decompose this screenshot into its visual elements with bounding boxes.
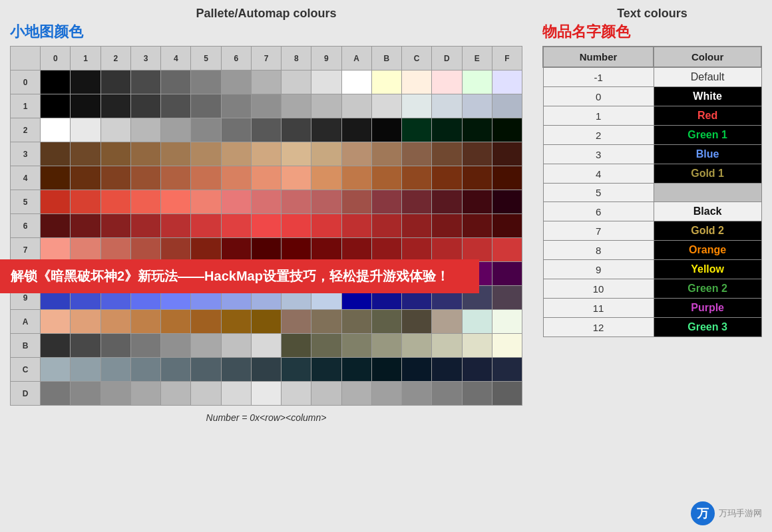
row-header-3: 3 <box>11 142 41 166</box>
watermark-logo: 万 <box>691 501 715 525</box>
color-cell-11 <box>71 94 100 118</box>
color-cell-010 <box>341 70 371 94</box>
color-cell-415 <box>492 166 522 190</box>
color-cell-213 <box>432 118 462 142</box>
color-cell-29 <box>311 118 341 142</box>
watermark: 万 万玛手游网 <box>691 501 762 525</box>
color-cell-512 <box>402 190 432 214</box>
color-cell-19 <box>311 94 341 118</box>
color-cell-25 <box>191 118 221 142</box>
color-cell-41 <box>71 166 100 190</box>
color-cell-A4 <box>161 310 191 334</box>
color-cell-611 <box>371 214 401 238</box>
color-cell-52 <box>100 190 130 214</box>
color-cell-55 <box>191 190 221 214</box>
color-cell-10 <box>41 94 71 118</box>
color-cell-B3 <box>130 334 160 358</box>
color-cell-C15 <box>492 358 522 382</box>
colour-number-6: 5 <box>543 184 654 202</box>
col-header-A: A <box>341 47 371 70</box>
color-cell-610 <box>341 214 371 238</box>
color-cell-212 <box>402 118 432 142</box>
color-cell-713 <box>432 238 462 262</box>
text-colour-row: 11Purple <box>543 299 761 318</box>
color-cell-23 <box>130 118 160 142</box>
color-cell-A13 <box>432 310 462 334</box>
col-header-0: 0 <box>41 47 71 70</box>
color-cell-59 <box>311 190 341 214</box>
color-cell-A11 <box>371 310 401 334</box>
text-colours-subtitle: 物品名字颜色 <box>542 22 762 42</box>
color-cell-26 <box>221 118 251 142</box>
color-cell-C4 <box>161 358 191 382</box>
color-cell-22 <box>100 118 130 142</box>
color-cell-513 <box>432 190 462 214</box>
colour-label-0: Default <box>654 67 761 87</box>
color-cell-60 <box>41 214 71 238</box>
color-cell-C11 <box>371 358 401 382</box>
color-cell-D3 <box>130 382 160 406</box>
color-cell-115 <box>492 94 522 118</box>
col-header-8: 8 <box>282 47 311 70</box>
color-cell-413 <box>432 166 462 190</box>
text-colour-row: 4Gold 1 <box>543 164 761 184</box>
color-cell-69 <box>311 214 341 238</box>
color-cell-44 <box>161 166 191 190</box>
row-header-0: 0 <box>11 70 41 94</box>
color-cell-45 <box>191 166 221 190</box>
color-cell-210 <box>341 118 371 142</box>
color-cell-58 <box>282 190 311 214</box>
col-header-B: B <box>371 47 401 70</box>
text-colour-row: 5 <box>543 184 761 202</box>
color-cell-D11 <box>371 382 401 406</box>
color-cell-66 <box>221 214 251 238</box>
color-cell-A1 <box>71 310 100 334</box>
color-cell-915 <box>492 286 522 310</box>
colour-label-8: Gold 2 <box>654 221 761 241</box>
color-cell-D14 <box>462 382 492 406</box>
color-cell-C7 <box>251 358 281 382</box>
color-cell-C5 <box>191 358 221 382</box>
color-cell-63 <box>130 214 160 238</box>
color-cell-B2 <box>100 334 130 358</box>
color-cell-012 <box>402 70 432 94</box>
color-cell-013 <box>432 70 462 94</box>
color-cell-310 <box>341 142 371 166</box>
col-header-5: 5 <box>191 47 221 70</box>
color-cell-613 <box>432 214 462 238</box>
color-cell-815 <box>492 262 522 286</box>
color-cell-62 <box>100 214 130 238</box>
color-cell-24 <box>161 118 191 142</box>
color-cell-79 <box>311 238 341 262</box>
colour-number-13: 12 <box>543 318 654 337</box>
color-cell-75 <box>191 238 221 262</box>
color-cell-72 <box>100 238 130 262</box>
color-cell-71 <box>71 238 100 262</box>
colour-label-11: Green 2 <box>654 279 761 299</box>
color-cell-214 <box>462 118 492 142</box>
color-cell-C14 <box>462 358 492 382</box>
colour-number-10: 9 <box>543 260 654 279</box>
color-cell-70 <box>41 238 71 262</box>
color-cell-514 <box>462 190 492 214</box>
color-cell-77 <box>251 238 281 262</box>
color-cell-39 <box>311 142 341 166</box>
color-cell-B5 <box>191 334 221 358</box>
colour-label-4: Blue <box>654 145 761 164</box>
color-cell-714 <box>462 238 492 262</box>
color-cell-12 <box>100 94 130 118</box>
colour-number-8: 7 <box>543 221 654 241</box>
colour-number-4: 3 <box>543 145 654 164</box>
color-cell-B6 <box>221 334 251 358</box>
watermark-label: 万玛手游网 <box>719 507 762 519</box>
text-colour-row: 0White <box>543 87 761 106</box>
colour-number-11: 10 <box>543 279 654 299</box>
color-cell-111 <box>371 94 401 118</box>
palette-note: Number = 0x<row><column> <box>10 412 522 423</box>
color-cell-47 <box>251 166 281 190</box>
color-cell-B7 <box>251 334 281 358</box>
color-cell-B11 <box>371 334 401 358</box>
color-cell-31 <box>71 142 100 166</box>
color-cell-D2 <box>100 382 130 406</box>
color-cell-A14 <box>462 310 492 334</box>
